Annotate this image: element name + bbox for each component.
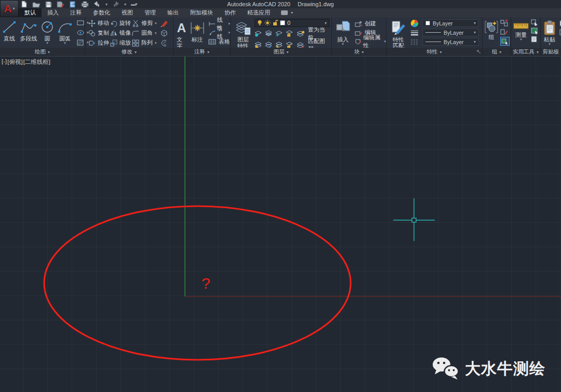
rotate-button[interactable]: 旋转 xyxy=(110,18,131,28)
lineweight-dropdown[interactable]: ByLayer▾ xyxy=(422,29,479,36)
text-button[interactable]: A 文字 ▾ xyxy=(177,18,186,52)
print-icon[interactable] xyxy=(81,1,89,8)
save-icon[interactable] xyxy=(45,1,52,8)
panel-layers-title[interactable]: 图层▾ xyxy=(231,48,331,56)
tab-view[interactable]: 视图 xyxy=(116,8,139,17)
panel-layers: 图层 特性 0 ▾ xyxy=(231,17,332,56)
redo-icon[interactable] xyxy=(112,1,119,7)
quick-calc-icon[interactable] xyxy=(531,28,539,34)
create-block-button[interactable]: 创建 xyxy=(355,20,386,28)
quick-select-icon[interactable] xyxy=(531,19,539,26)
panel-block: 插入 ▾ 创建 编辑 编辑属性▾ 块▾ xyxy=(332,17,386,56)
panel-group-title[interactable]: 组▾ xyxy=(483,48,511,56)
tab-annotate[interactable]: 注释 xyxy=(64,8,87,17)
object-color-dropdown[interactable]: ByLayer▾ xyxy=(422,19,479,27)
tab-parametric[interactable]: 参数化 xyxy=(87,8,116,17)
stretch-button[interactable]: 拉伸 xyxy=(88,38,109,48)
layer-isolate-icon[interactable] xyxy=(265,30,272,37)
tab-insert[interactable]: 插入 xyxy=(42,8,64,17)
panel-utilities-title[interactable]: 实用工具▾ xyxy=(511,48,540,56)
leader-button[interactable]: 引线▾ xyxy=(208,29,230,37)
chevron-down-icon: ▾ xyxy=(325,21,327,25)
redo-dropdown-icon[interactable]: ▾ xyxy=(124,2,126,7)
group-selection-toggle[interactable] xyxy=(500,37,510,46)
paste-button[interactable]: 粘贴 ▾ xyxy=(543,18,556,46)
move-button[interactable]: 移动 xyxy=(88,18,109,28)
line-button[interactable]: 直线 xyxy=(2,17,17,42)
dimension-button[interactable]: 标注 xyxy=(190,18,205,43)
erase-button[interactable] xyxy=(160,18,168,28)
ribbon-display-toggle[interactable]: ▾ xyxy=(281,8,293,17)
tab-home[interactable]: 默认 xyxy=(19,8,42,17)
group-edit-icon[interactable] xyxy=(500,28,509,36)
polyline-icon xyxy=(20,19,37,35)
edit-attributes-icon xyxy=(355,38,361,45)
chevron-down-icon: ▾ xyxy=(228,22,230,26)
array-button[interactable]: 阵列▾ xyxy=(132,38,157,48)
linetype-dropdown[interactable]: ByLayer▾ xyxy=(422,38,479,46)
lineweight-sample xyxy=(425,32,441,33)
linetype-icon[interactable] xyxy=(410,39,419,45)
layer-freeze-icon[interactable] xyxy=(275,30,282,37)
panel-clipboard-title[interactable]: 剪贴板 xyxy=(541,48,561,56)
tab-manage[interactable]: 管理 xyxy=(139,8,162,17)
layer-properties-button[interactable]: 图层 特性 xyxy=(233,18,253,49)
mirror-button[interactable]: 镜像 xyxy=(110,28,131,38)
measure-button[interactable]: 测量 ▾ xyxy=(513,19,529,41)
open-folder-icon[interactable] xyxy=(32,1,41,8)
scale-button[interactable]: 缩放 xyxy=(110,38,131,48)
current-layer-name: 0 xyxy=(287,20,290,26)
panel-annotate-title[interactable]: 注释▾ xyxy=(173,48,230,56)
group-button[interactable]: 组 xyxy=(484,19,499,40)
watermark-text: 大水牛测绘 xyxy=(465,358,545,380)
mirror-icon xyxy=(110,30,117,37)
layer-on-bulb-icon xyxy=(257,20,262,26)
qat-customize-icon[interactable]: ▬▾ xyxy=(131,2,137,7)
panel-block-title[interactable]: 块▾ xyxy=(332,48,386,56)
set-current-layer-icon[interactable] xyxy=(297,30,304,37)
circle-button[interactable]: 圆 ▾ xyxy=(41,17,54,45)
edit-attributes-button[interactable]: 编辑属性▾ xyxy=(355,37,386,45)
question-mark-text[interactable]: ? xyxy=(202,275,210,292)
polyline-button[interactable]: 多段线 xyxy=(20,17,37,42)
ungroup-icon[interactable] xyxy=(500,19,509,27)
new-file-icon[interactable] xyxy=(21,1,28,8)
layer-lock-icon[interactable] xyxy=(286,30,292,37)
insert-block-button[interactable]: 插入 ▾ xyxy=(335,18,351,46)
match-properties-button[interactable]: 特性 匹配 xyxy=(389,18,408,49)
ellipse-entity[interactable] xyxy=(44,206,351,360)
drawing-canvas[interactable]: [-] [俯视] [二维线框] ? xyxy=(0,56,561,392)
panel-draw-title[interactable]: 绘图▾ xyxy=(0,48,85,56)
table-icon xyxy=(208,39,217,45)
rotate-icon xyxy=(110,20,117,27)
offset-button[interactable] xyxy=(160,38,168,48)
arc-button[interactable]: 圆弧 ▾ xyxy=(57,17,73,45)
save-as-icon[interactable] xyxy=(57,1,64,8)
trim-button[interactable]: 修剪▾ xyxy=(132,18,157,28)
list-icon[interactable] xyxy=(531,36,538,43)
color-wheel-icon[interactable] xyxy=(410,19,419,28)
table-button[interactable]: 表格 xyxy=(208,37,230,46)
tab-featured-apps[interactable]: 精选应用 xyxy=(242,8,276,17)
chevron-down-icon: ▾ xyxy=(228,31,230,35)
undo-dropdown-icon[interactable]: ▾ xyxy=(105,2,108,7)
tab-addins[interactable]: 附加模块 xyxy=(184,8,219,17)
copy-button[interactable]: 复制 xyxy=(88,28,109,38)
fillet-button[interactable]: 圆角▾ xyxy=(132,28,157,38)
chevron-down-icon: ▾ xyxy=(46,42,48,45)
ellipse-icon xyxy=(77,30,85,36)
panel-draw: 直线 多段线 圆 ▾ 圆弧 ▾ ▾ ▾ xyxy=(0,17,85,56)
explode-button[interactable] xyxy=(160,28,168,38)
ribbon-tab-bar: 默认 插入 注释 参数化 视图 管理 输出 附加模块 协作 精选应用 ▾ xyxy=(19,8,561,17)
undo-icon[interactable] xyxy=(94,1,101,7)
export-icon[interactable] xyxy=(69,1,76,8)
tab-output[interactable]: 输出 xyxy=(162,8,184,17)
lineweight-icon[interactable] xyxy=(410,30,419,37)
hatch-icon xyxy=(77,39,85,46)
app-menu-button[interactable]: A ▾ xyxy=(0,0,19,17)
layer-off-icon[interactable] xyxy=(255,30,261,37)
properties-dialog-launcher-icon[interactable] xyxy=(477,50,481,54)
chevron-down-icon: ▾ xyxy=(48,50,50,55)
panel-properties-title[interactable]: 特性▾ xyxy=(386,48,482,56)
panel-modify-title[interactable]: 修改▾ xyxy=(85,48,173,56)
